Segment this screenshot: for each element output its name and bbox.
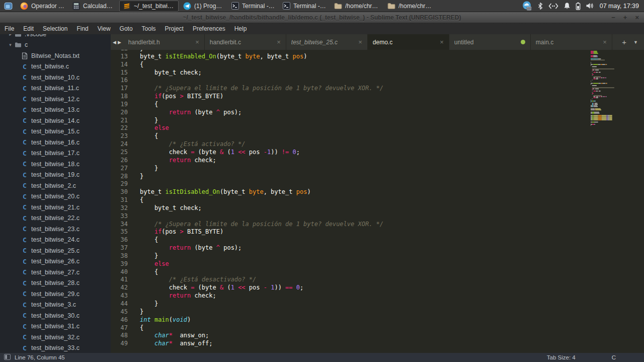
cloud-app-icon[interactable]: 105 [522,1,532,11]
code-line[interactable]: 30byte_t isItDisabled_On(byte_t byte, by… [111,188,644,196]
sidebar-file[interactable]: Ctest_bitwise_26.c [0,256,111,267]
sidebar-file[interactable]: Ctest_bitwise_15.c [0,126,111,137]
code-line[interactable]: 49 char* answ_off; [111,340,644,348]
code-line[interactable]: 45} [111,308,644,316]
taskbar-item-telegram[interactable]: (1) Programador... [180,1,227,12]
sidebar-file[interactable]: Ctest_bitwise.c [0,61,111,73]
code-line[interactable]: 47{ [111,324,644,332]
clock[interactable]: 07 may, 17:39 [600,3,639,10]
code-line[interactable]: 20 return (byte ^ pos); [111,109,644,117]
sidebar-file[interactable]: Ctest_bitwise_16.c [0,137,111,148]
sidebar-file[interactable]: Ctest_bitwise_14.c [0,115,111,126]
tab-overflow-icon[interactable]: ▼ [633,40,638,45]
tab-handlerbit-h[interactable]: handlerbit.h× [123,34,205,50]
chevron-down-icon[interactable]: ▾ [7,42,14,47]
volume-icon[interactable] [586,2,595,10]
code-line[interactable]: 36 { [111,236,644,244]
sidebar-file[interactable]: Ctest_bitwise_11.c [0,83,111,94]
sidebar-file[interactable]: Ctest_bitwise_23.c [0,224,111,235]
tab-close-icon[interactable]: × [603,39,607,45]
tab-main-c[interactable]: main.c× [531,34,612,50]
code-line[interactable]: 37 return (byte ^ pos); [111,244,644,252]
taskbar-item-firefox[interactable]: Operador Ternari... [17,1,68,12]
sidebar-file[interactable]: Ctest_bitwise_20.c [0,191,111,202]
sidebar-file[interactable]: Ctest_bitwise_22.c [0,213,111,224]
code-line[interactable]: 44 } [111,300,644,308]
sidebar-file[interactable]: Ctest_bitwise_18.c [0,159,111,170]
tab-close-icon[interactable]: × [195,39,199,45]
code-line[interactable]: 40 { [111,268,644,276]
menu-tools[interactable]: Tools [137,25,160,32]
statusbar-mode-icon[interactable] [4,354,11,361]
tab-scroll-left-icon[interactable]: ◀ [113,40,116,45]
sidebar-file[interactable]: Ctest_bitwise_13.c [0,105,111,116]
sidebar-file[interactable]: Ctest_bitwise_2.c [0,180,111,191]
tab-untitled[interactable]: untitled [449,34,531,50]
code-line[interactable]: 15 byte_t check; [111,69,644,77]
new-tab-button[interactable]: + [622,38,626,46]
tab-size-indicator[interactable]: Tab Size: 4 [547,354,576,360]
taskbar-item-terminal[interactable]: Terminal - christi... [279,1,330,12]
code-line[interactable]: 18 if(pos > BITS_BYTE) [111,93,644,101]
tab-handlerbit-c[interactable]: handlerbit.c× [205,34,286,50]
code-line[interactable]: 39 else [111,260,644,268]
taskbar-item-workspace-switcher[interactable] [1,1,16,12]
window-titlebar[interactable]: ~/_test_bitwise_/handbits/bithandle_lib/… [0,12,644,23]
code-line[interactable]: 16 [111,77,644,85]
notifications-icon[interactable] [564,2,571,10]
code-line[interactable]: 22 else [111,124,644,132]
maximize-button[interactable]: + [623,14,627,21]
menu-preferences[interactable]: Preferences [188,25,230,32]
minimap[interactable] [589,50,627,132]
sidebar-file[interactable]: Ctest_bitwise_19.c [0,170,111,181]
sidebar-file[interactable]: Bitwise_Notas.txt [0,50,111,61]
sidebar-file[interactable]: Ctest_bitwise_33.c [0,343,111,353]
code-line[interactable]: 27 } [111,165,644,173]
code-line[interactable]: 42 check = (byte & (1 << pos - 1)) == 0; [111,284,644,292]
menu-file[interactable]: File [0,25,19,32]
chevron-right-icon[interactable]: ▸ [7,34,14,37]
code-line[interactable]: 13byte_t isItEnabled_On(byte_t byte, byt… [111,53,644,61]
tab-close-icon[interactable]: × [277,39,281,45]
sidebar-file[interactable]: Ctest_bitwise_24.c [0,235,111,246]
code-line[interactable]: 21 } [111,117,644,125]
network-icon[interactable] [548,3,558,10]
close-button[interactable]: × [635,14,639,21]
tab-demo-c[interactable]: demo.c× [368,34,449,50]
code-line[interactable]: 24 /* ¿Está activado? */ [111,140,644,149]
tab-close-icon[interactable]: × [358,39,362,45]
taskbar-item-terminal[interactable]: Terminal - christi... [228,1,278,12]
syntax-indicator[interactable]: C [612,354,616,360]
code-editor[interactable]: 12}13byte_t isItEnabled_On(byte_t byte, … [111,50,644,353]
sidebar-file[interactable]: Ctest_bitwise_3.c [0,300,111,311]
code-line[interactable]: 35 if(pos > BITS_BYTE) [111,228,644,236]
menu-edit[interactable]: Edit [19,25,38,32]
taskbar-item-folder[interactable]: /home/christian/r... [331,1,383,12]
sidebar-file[interactable]: Ctest_bitwise_17.c [0,148,111,159]
sidebar-file[interactable]: Ctest_bitwise_29.c [0,288,111,300]
taskbar-item-folder[interactable]: /home/christian/... [384,1,436,12]
sidebar-folder[interactable]: ▾c [0,40,111,51]
taskbar-item-calculator[interactable]: Calculadora [69,1,118,12]
menu-view[interactable]: View [93,25,115,32]
taskbar-item-sublime[interactable]: ~/_test_bitwise_/h... [119,1,179,12]
code-line[interactable]: 46int main(void) [111,316,644,324]
code-line[interactable]: 43 return check; [111,292,644,300]
code-line[interactable]: 33 [111,212,644,221]
code-line[interactable]: 38 } [111,252,644,260]
menu-selection[interactable]: Selection [38,25,72,32]
code-line[interactable]: 14{ [111,61,644,69]
sidebar-file[interactable]: Ctest_bitwise_32.c [0,332,111,343]
sidebar-file[interactable]: Ctest_bitwise_10.c [0,72,111,83]
code-line[interactable]: 31{ [111,196,644,204]
sidebar-file[interactable]: Ctest_bitwise_31.c [0,321,111,332]
code-line[interactable]: 28} [111,173,644,181]
battery-icon[interactable] [576,2,581,10]
code-line[interactable]: 48 char* answ_on; [111,332,644,340]
code-line[interactable]: 23 { [111,132,644,140]
code-line[interactable]: 32 byte_t check; [111,204,644,212]
menu-project[interactable]: Project [160,25,188,32]
sidebar-file[interactable]: Ctest_bitwise_25.c [0,245,111,256]
sidebar-file[interactable]: Ctest_bitwise_12.c [0,94,111,105]
sidebar-file[interactable]: Ctest_bitwise_30.c [0,310,111,321]
